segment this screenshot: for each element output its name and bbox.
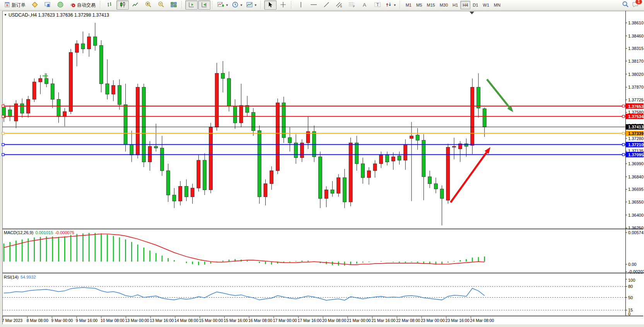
line-handle[interactable]: [622, 132, 625, 135]
candle[interactable]: [93, 37, 97, 45]
candle[interactable]: [63, 111, 67, 116]
candle[interactable]: [160, 148, 164, 171]
arrow-object-down[interactable]: [487, 79, 509, 107]
chart-candles-button[interactable]: [116, 0, 129, 10]
market-watch-button[interactable]: [41, 0, 54, 10]
candle[interactable]: [331, 190, 334, 193]
candle[interactable]: [239, 105, 243, 123]
candle[interactable]: [148, 146, 152, 162]
candle[interactable]: [142, 87, 145, 162]
candle[interactable]: [106, 84, 109, 94]
timeframe-D1[interactable]: D1: [470, 1, 480, 9]
horizontal-line-button[interactable]: [307, 0, 320, 10]
candle[interactable]: [477, 87, 480, 108]
candle[interactable]: [8, 110, 12, 117]
timeframe-M1[interactable]: M1: [403, 1, 414, 9]
candle[interactable]: [112, 86, 115, 94]
candle[interactable]: [313, 132, 316, 157]
candle[interactable]: [379, 155, 383, 164]
candle[interactable]: [465, 144, 468, 146]
line-handle[interactable]: [622, 153, 625, 156]
candle[interactable]: [264, 184, 267, 197]
candle[interactable]: [57, 99, 60, 117]
candle[interactable]: [446, 147, 450, 200]
auto-trading-button[interactable]: 自动交易: [67, 0, 98, 10]
crosshair-button[interactable]: [277, 0, 289, 10]
text-label-button[interactable]: T: [371, 0, 384, 10]
candle[interactable]: [45, 79, 48, 84]
zoom-out-button[interactable]: [155, 0, 167, 10]
candle[interactable]: [99, 45, 103, 84]
chart-shift-marker[interactable]: [470, 12, 474, 14]
arrows-button[interactable]: ▼: [384, 0, 398, 10]
chart-line-button[interactable]: [129, 0, 142, 10]
candle[interactable]: [221, 73, 225, 78]
candle[interactable]: [373, 164, 377, 171]
candle[interactable]: [318, 157, 322, 199]
candle[interactable]: [75, 44, 79, 52]
candle[interactable]: [404, 145, 407, 160]
timeframe-MN[interactable]: MN: [492, 1, 503, 9]
vertical-line-button[interactable]: [295, 0, 307, 10]
line-handle[interactable]: [2, 115, 4, 118]
candle[interactable]: [282, 103, 285, 138]
candle[interactable]: [294, 143, 298, 158]
candle[interactable]: [191, 188, 194, 197]
candle[interactable]: [227, 79, 231, 106]
cursor-button[interactable]: [264, 0, 277, 10]
candle[interactable]: [87, 37, 91, 49]
candle[interactable]: [416, 135, 419, 140]
candle[interactable]: [325, 190, 328, 198]
text-button[interactable]: A: [359, 0, 371, 10]
candle[interactable]: [355, 143, 359, 164]
candle[interactable]: [20, 104, 24, 113]
candle[interactable]: [398, 156, 401, 160]
chart-shift-button[interactable]: [198, 0, 210, 10]
cross-marker[interactable]: [43, 73, 48, 79]
candle[interactable]: [453, 146, 456, 147]
candle[interactable]: [410, 136, 413, 139]
arrow-object-up[interactable]: [451, 152, 487, 202]
candle[interactable]: [385, 155, 389, 162]
tile-windows-button[interactable]: [167, 0, 180, 10]
candle[interactable]: [349, 143, 352, 202]
trendline-button[interactable]: [320, 0, 333, 10]
timeframe-M15[interactable]: M15: [424, 1, 437, 9]
candle[interactable]: [367, 171, 371, 178]
new-order-button[interactable]: 新订单: [2, 0, 28, 10]
candle[interactable]: [361, 164, 365, 178]
zoom-in-button[interactable]: [142, 0, 154, 10]
candle[interactable]: [391, 157, 395, 161]
candle[interactable]: [246, 105, 249, 112]
candle[interactable]: [39, 79, 42, 82]
candle[interactable]: [337, 178, 340, 193]
indicators-button[interactable]: ▼: [216, 0, 230, 10]
candle[interactable]: [428, 177, 432, 184]
candle[interactable]: [124, 104, 127, 144]
timeframe-W1[interactable]: W1: [480, 1, 492, 9]
candle[interactable]: [179, 186, 182, 201]
candle[interactable]: [69, 52, 73, 111]
chart-bars-button[interactable]: [104, 0, 116, 10]
notifications-button[interactable]: 1: [632, 1, 639, 9]
line-handle[interactable]: [2, 144, 4, 146]
candle[interactable]: [288, 138, 292, 143]
line-handle[interactable]: [2, 153, 4, 156]
candle[interactable]: [276, 103, 279, 171]
candle[interactable]: [166, 171, 170, 195]
equidistant-channel-button[interactable]: E: [333, 0, 345, 10]
candle[interactable]: [215, 73, 219, 127]
line-handle[interactable]: [622, 144, 625, 146]
candle[interactable]: [270, 171, 273, 184]
line-handle[interactable]: [2, 132, 4, 135]
candle[interactable]: [209, 127, 212, 190]
profiles-button[interactable]: [29, 0, 41, 10]
candle[interactable]: [422, 140, 425, 176]
candle[interactable]: [81, 44, 85, 49]
candle[interactable]: [51, 84, 54, 99]
chart-canvas[interactable]: 1.386101.384601.383151.381701.380201.378…: [0, 0, 644, 327]
candle[interactable]: [300, 143, 304, 158]
timeframe-H1[interactable]: H1: [450, 1, 460, 9]
candle[interactable]: [32, 82, 36, 99]
candle[interactable]: [483, 109, 486, 127]
